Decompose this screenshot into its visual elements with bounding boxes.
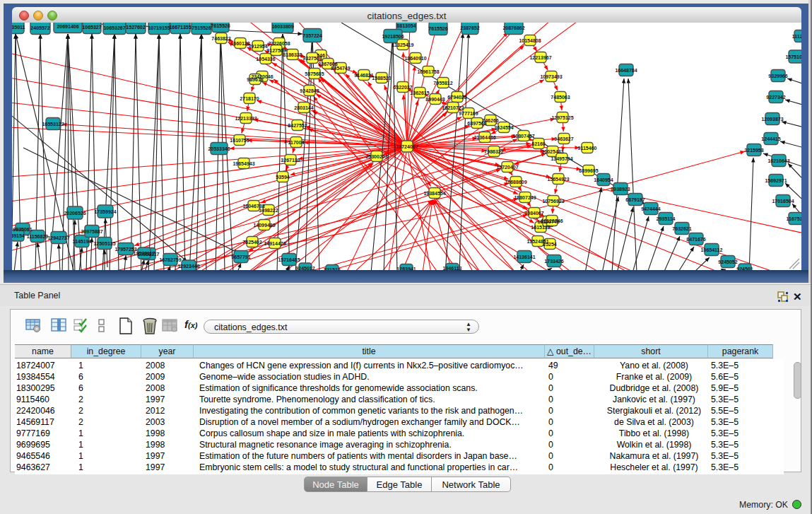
svg-text:7615526: 7615526 bbox=[211, 23, 230, 28]
svg-text:16210722: 16210722 bbox=[442, 105, 464, 110]
svg-text:15716485: 15716485 bbox=[278, 257, 300, 262]
svg-text:3267130: 3267130 bbox=[281, 158, 300, 163]
svg-text:14136141: 14136141 bbox=[513, 255, 535, 259]
svg-text:10973493: 10973493 bbox=[540, 74, 562, 79]
svg-text:15654923: 15654923 bbox=[547, 177, 569, 182]
svg-text:7515526: 7515526 bbox=[192, 25, 211, 30]
svg-text:9329966: 9329966 bbox=[768, 74, 787, 78]
svg-text:1615132: 1615132 bbox=[531, 225, 550, 230]
svg-text:16782759: 16782759 bbox=[159, 257, 181, 262]
svg-text:16648784: 16648784 bbox=[615, 68, 637, 73]
svg-text:12942737: 12942737 bbox=[47, 235, 69, 240]
svg-text:10653267: 10653267 bbox=[103, 25, 125, 30]
svg-text:9084067: 9084067 bbox=[524, 211, 543, 216]
svg-text:62160: 62160 bbox=[531, 141, 546, 146]
svg-text:7625402: 7625402 bbox=[242, 240, 261, 245]
svg-text:1610755: 1610755 bbox=[230, 138, 249, 143]
svg-text:20206526: 20206526 bbox=[64, 211, 86, 216]
svg-text:30975887: 30975887 bbox=[81, 229, 102, 234]
svg-text:12923448: 12923448 bbox=[177, 264, 199, 269]
svg-text:2387652: 2387652 bbox=[460, 25, 479, 30]
svg-text:10807487: 10807487 bbox=[512, 134, 534, 139]
svg-text:8135011: 8135011 bbox=[12, 25, 25, 30]
svg-text:1640954: 1640954 bbox=[594, 177, 613, 182]
svg-text:8660128: 8660128 bbox=[230, 41, 249, 46]
svg-text:10154808: 10154808 bbox=[519, 38, 541, 43]
svg-text:7986322: 7986322 bbox=[484, 149, 503, 154]
svg-text:11156829: 11156829 bbox=[27, 234, 48, 239]
svg-text:3498222: 3498222 bbox=[259, 208, 278, 213]
svg-text:8454749: 8454749 bbox=[331, 66, 350, 71]
svg-text:14099489: 14099489 bbox=[253, 223, 275, 228]
svg-text:3624554: 3624554 bbox=[494, 125, 513, 130]
svg-text:1733426: 1733426 bbox=[544, 259, 563, 264]
svg-text:12093873: 12093873 bbox=[761, 117, 783, 122]
svg-text:53594: 53594 bbox=[276, 175, 290, 180]
svg-text:25254: 25254 bbox=[543, 242, 557, 247]
svg-text:5875685: 5875685 bbox=[305, 71, 324, 76]
svg-text:8938923: 8938923 bbox=[611, 187, 630, 192]
svg-text:20876862: 20876862 bbox=[502, 25, 524, 30]
svg-text:1054336: 1054336 bbox=[256, 57, 275, 62]
svg-text:19218506: 19218506 bbox=[382, 34, 404, 39]
svg-text:10719155: 10719155 bbox=[148, 25, 170, 30]
svg-text:9777169: 9777169 bbox=[459, 111, 478, 116]
svg-text:7357224: 7357224 bbox=[302, 33, 322, 38]
svg-text:17016504: 17016504 bbox=[772, 199, 794, 204]
svg-text:1946113: 1946113 bbox=[443, 266, 462, 271]
svg-text:16033809: 16033809 bbox=[271, 24, 293, 29]
svg-text:989618: 989618 bbox=[247, 77, 263, 82]
svg-text:8186328: 8186328 bbox=[283, 52, 302, 57]
svg-text:18807249: 18807249 bbox=[514, 195, 536, 200]
svg-text:16210643: 16210643 bbox=[767, 158, 789, 163]
svg-text:20691406: 20691406 bbox=[57, 24, 78, 29]
svg-text:9245052: 9245052 bbox=[718, 259, 737, 264]
svg-text:15751074: 15751074 bbox=[785, 54, 801, 59]
svg-text:6899695: 6899695 bbox=[579, 168, 598, 173]
svg-text:16961758: 16961758 bbox=[417, 69, 439, 74]
svg-text:12213393: 12213393 bbox=[235, 116, 257, 121]
svg-text:39154: 39154 bbox=[12, 233, 25, 238]
svg-text:18640910: 18640910 bbox=[404, 56, 426, 61]
svg-text:924501: 924501 bbox=[736, 267, 753, 271]
svg-text:9115460: 9115460 bbox=[578, 146, 597, 151]
svg-text:1588520: 1588520 bbox=[372, 76, 391, 81]
svg-text:6794028: 6794028 bbox=[447, 95, 466, 100]
svg-text:13495794: 13495794 bbox=[551, 156, 572, 161]
svg-text:2718170: 2718170 bbox=[240, 96, 259, 101]
svg-text:9242848: 9242848 bbox=[300, 88, 319, 93]
svg-text:16120746: 16120746 bbox=[541, 218, 563, 223]
svg-text:8427552: 8427552 bbox=[288, 123, 307, 128]
svg-text:16671355: 16671355 bbox=[169, 25, 191, 30]
svg-text:10688609: 10688609 bbox=[505, 180, 526, 185]
svg-text:9463627: 9463627 bbox=[554, 136, 573, 141]
svg-text:10654112: 10654112 bbox=[701, 247, 723, 252]
svg-text:9474444: 9474444 bbox=[641, 206, 660, 211]
svg-text:7955812: 7955812 bbox=[433, 81, 452, 86]
svg-text:8990448: 8990448 bbox=[425, 97, 445, 102]
svg-text:9835061: 9835061 bbox=[13, 227, 32, 232]
svg-text:12213967: 12213967 bbox=[529, 55, 551, 60]
svg-text:8471676: 8471676 bbox=[686, 237, 705, 242]
svg-text:12505135: 12505135 bbox=[93, 241, 115, 246]
svg-text:18724007: 18724007 bbox=[396, 144, 418, 149]
svg-text:21364436: 21364436 bbox=[473, 135, 495, 140]
svg-text:117004: 117004 bbox=[288, 140, 305, 145]
svg-text:1283941: 1283941 bbox=[396, 267, 416, 271]
svg-text:19654943: 19654943 bbox=[233, 161, 254, 166]
svg-text:11325419: 11325419 bbox=[392, 42, 414, 47]
svg-text:7463822: 7463822 bbox=[211, 36, 230, 41]
svg-text:3215958: 3215958 bbox=[744, 148, 763, 153]
svg-text:20533346: 20533346 bbox=[208, 146, 230, 151]
svg-text:16553122: 16553122 bbox=[42, 122, 64, 127]
svg-text:7632621: 7632621 bbox=[672, 226, 691, 231]
svg-text:2405572: 2405572 bbox=[30, 25, 49, 30]
svg-text:7485063: 7485063 bbox=[551, 95, 570, 100]
svg-text:1527602: 1527602 bbox=[126, 25, 145, 30]
svg-text:19384554: 19384554 bbox=[423, 191, 445, 196]
svg-text:14914479: 14914479 bbox=[264, 241, 286, 246]
svg-text:15720407: 15720407 bbox=[496, 165, 518, 170]
svg-text:6322037: 6322037 bbox=[393, 85, 412, 90]
svg-text:1362615: 1362615 bbox=[410, 90, 429, 95]
svg-text:9146821: 9146821 bbox=[354, 73, 373, 78]
